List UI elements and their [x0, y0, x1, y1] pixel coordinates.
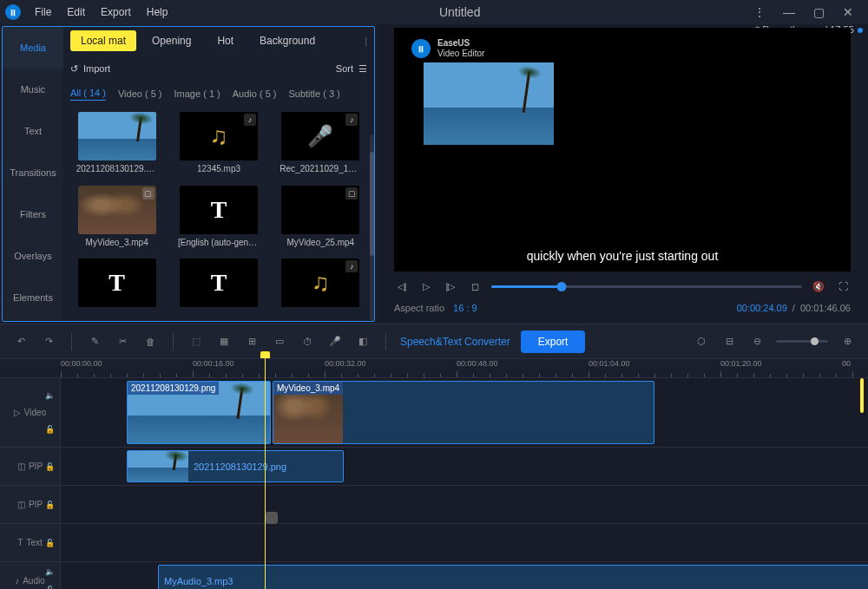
mute-icon[interactable]: 🔈	[45, 391, 59, 400]
menu-help[interactable]: Help	[140, 3, 175, 22]
lock-icon[interactable]: 🔓	[45, 462, 59, 471]
speed-icon[interactable]: ⏱	[299, 333, 316, 350]
playhead[interactable]	[265, 358, 266, 589]
import-button[interactable]: ↺ Import	[70, 63, 110, 75]
thumb-label: [English (auto-genera...	[178, 238, 260, 247]
pip-clip[interactable]: 20211208130129.png	[127, 450, 344, 482]
cut-button[interactable]: ✂	[114, 333, 131, 350]
close-button[interactable]: ✕	[833, 0, 863, 24]
ruler-mark: 00:00:16.00	[193, 359, 234, 368]
media-tab-opening[interactable]: Opening	[141, 30, 201, 51]
media-thumb[interactable]: 🎤♪Rec_20211029_1031...	[274, 112, 367, 177]
media-thumb[interactable]: T	[172, 259, 265, 314]
next-frame-button[interactable]: |▷	[443, 278, 458, 294]
side-tabs: Media Music Text Transitions Filters Ove…	[3, 27, 63, 321]
filter-row: All ( 14 ) Video ( 5 ) Image ( 1 ) Audio…	[63, 82, 374, 105]
filter-subtitle[interactable]: Subtitle ( 3 )	[288, 88, 339, 99]
sort-button[interactable]: Sort ☰	[336, 63, 367, 75]
video-track[interactable]: ▷Video 🔈🔓 20211208130129.pngMyVideo_3.mp…	[0, 377, 868, 447]
titlebar: ⏸ File Edit Export Help Untitled ⋮ — ▢ ✕	[0, 0, 868, 24]
maximize-button[interactable]: ▢	[804, 0, 833, 24]
media-thumb[interactable]: 20211208130129.png	[70, 112, 163, 177]
side-tab-elements[interactable]: Elements	[3, 277, 63, 318]
mosaic-button[interactable]: ▦	[215, 333, 233, 350]
pip-track-1[interactable]: ◫PIP 🔓20211208130129.png	[0, 447, 868, 485]
filter-video[interactable]: Video ( 5 )	[118, 88, 162, 99]
crop-button[interactable]: ⬚	[187, 333, 205, 350]
stop-button[interactable]: ◻	[467, 278, 483, 294]
grid-icon[interactable]: ⊞	[243, 333, 260, 350]
media-thumb[interactable]: ♫♪	[274, 259, 367, 314]
play-button[interactable]: ▷	[418, 278, 434, 294]
delete-button[interactable]: 🗑	[141, 333, 159, 350]
media-thumb[interactable]: ▢MyVideo_25.mp4	[274, 186, 367, 251]
minimize-button[interactable]: —	[774, 0, 804, 24]
audio-track[interactable]: ♪Audio 🔈🔓MyAudio_3.mp3	[0, 561, 868, 589]
thumb-label: Rec_20211029_1031...	[279, 164, 361, 173]
mute-icon[interactable]: 🔈	[45, 567, 59, 576]
clip-label: MyVideo_3.mp4	[273, 382, 343, 395]
marker-icon[interactable]: ⬡	[693, 333, 710, 350]
menu-file[interactable]: File	[28, 3, 58, 22]
filter-image[interactable]: Image ( 1 )	[174, 88, 220, 99]
undo-button[interactable]: ↶	[12, 333, 30, 350]
menu-export[interactable]: Export	[94, 3, 138, 22]
media-thumb[interactable]: ▢MyVideo_3.mp4	[70, 186, 163, 251]
zoom-slider[interactable]	[776, 340, 828, 343]
window-title: Untitled	[174, 5, 745, 19]
menu-edit[interactable]: Edit	[60, 3, 92, 22]
lock-icon[interactable]: 🔓	[45, 586, 59, 589]
aspect-ratio-value[interactable]: 16 : 9	[453, 303, 477, 313]
menubar: File Edit Export Help	[28, 3, 174, 22]
effect-icon[interactable]: ◧	[354, 333, 372, 350]
app-logo-icon: ⏸	[5, 4, 21, 20]
text-track[interactable]: TText 🔓	[0, 523, 868, 561]
media-thumb[interactable]: T[English (auto-genera...	[172, 186, 265, 251]
filter-audio[interactable]: Audio ( 5 )	[233, 88, 277, 99]
badge-icon: ▢	[345, 187, 358, 200]
video-clip[interactable]: 20211208130129.png	[127, 381, 271, 444]
video-track-icon: ▷	[14, 408, 21, 417]
speech-text-converter-link[interactable]: Speech&Text Converter	[400, 336, 510, 348]
lock-icon[interactable]: 🔓	[45, 501, 59, 509]
zoom-in-button[interactable]: ⊕	[838, 333, 856, 350]
preview-viewport[interactable]: ⏸ EaseUS Video Editor quickly when you'r…	[394, 28, 851, 272]
fit-icon[interactable]: ⊟	[720, 333, 738, 350]
side-tab-transitions[interactable]: Transitions	[3, 152, 63, 193]
media-thumb[interactable]: ♫♪12345.mp3	[172, 112, 265, 177]
badge-icon: ▢	[142, 187, 155, 200]
timeline-tracks: ▷Video 🔈🔓 20211208130129.pngMyVideo_3.mp…	[0, 377, 868, 589]
edit-icon[interactable]: ✎	[86, 333, 103, 350]
scrollbar-thumb[interactable]	[370, 152, 374, 256]
volume-icon[interactable]: 🔇	[811, 278, 826, 294]
progress-slider[interactable]	[491, 285, 802, 288]
filter-all[interactable]: All ( 14 )	[70, 88, 106, 101]
pip-track-icon: ◫	[17, 461, 25, 471]
frame-icon[interactable]: ▭	[271, 333, 288, 350]
media-tab-background[interactable]: Background	[249, 30, 326, 51]
brand-logo-icon: ⏸	[411, 39, 431, 58]
timeline-ruler[interactable]: 00:00:00.0000:00:16.0000:00:32.0000:00:4…	[0, 358, 868, 377]
video-clip[interactable]: MyVideo_3.mp4	[273, 381, 654, 444]
media-tab-hot[interactable]: Hot	[207, 30, 244, 51]
zoom-out-button[interactable]: ⊖	[748, 333, 766, 350]
time-current: 00:00:24.09	[737, 303, 787, 313]
side-tab-media[interactable]: Media	[3, 27, 63, 69]
voiceover-icon[interactable]: 🎤	[326, 333, 344, 350]
export-button[interactable]: Export	[521, 330, 586, 353]
redo-button[interactable]: ↷	[40, 333, 57, 350]
media-tab-local[interactable]: Local mat	[70, 30, 136, 51]
side-tab-overlays[interactable]: Overlays	[3, 235, 63, 277]
lock-icon[interactable]: 🔓	[45, 425, 59, 434]
fullscreen-icon[interactable]: ⛶	[835, 278, 851, 294]
side-tab-filters[interactable]: Filters	[3, 193, 63, 235]
lock-icon[interactable]: 🔓	[45, 539, 59, 547]
timeline-vscroll[interactable]	[859, 378, 865, 586]
more-icon[interactable]: ⋮	[745, 0, 774, 24]
pip-track-2[interactable]: ◫PIP 🔓	[0, 485, 868, 523]
media-thumb[interactable]: T	[70, 259, 163, 314]
side-tab-music[interactable]: Music	[3, 69, 63, 110]
thumb-label: 12345.mp3	[197, 164, 240, 173]
side-tab-text[interactable]: Text	[3, 110, 63, 152]
prev-frame-button[interactable]: ◁|	[394, 278, 410, 294]
